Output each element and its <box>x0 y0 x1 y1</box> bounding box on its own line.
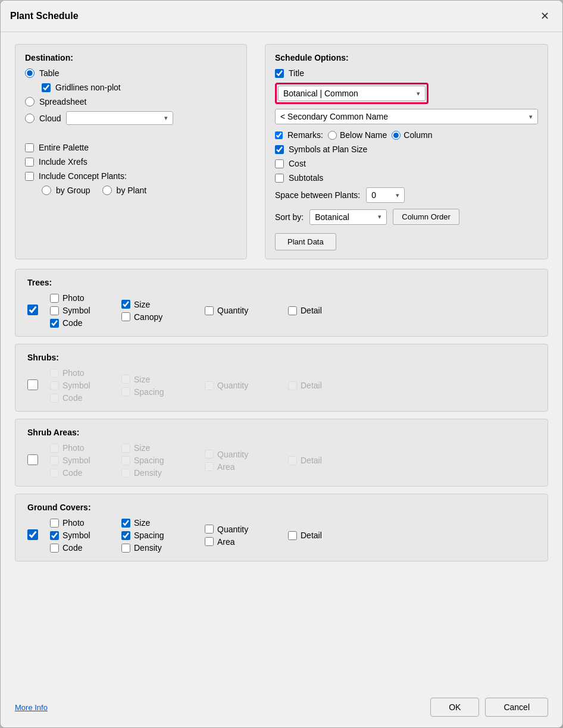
schedule-options-panel: Schedule Options: Title Botanical | Comm… <box>265 44 548 259</box>
trees-size-checkbox[interactable] <box>121 300 130 309</box>
plant-data-button[interactable]: Plant Data <box>275 233 336 250</box>
trees-symbol-item: Symbol <box>50 306 115 315</box>
trees-header: Trees: <box>27 278 536 287</box>
gc-code-item: Code <box>50 543 115 553</box>
ok-button[interactable]: OK <box>430 698 479 717</box>
close-button[interactable]: ✕ <box>536 8 553 24</box>
more-info-link[interactable]: More Info <box>15 703 48 712</box>
shrub-areas-symbol-checkbox[interactable] <box>50 456 59 465</box>
trees-photo-checkbox[interactable] <box>50 294 59 303</box>
trees-main-checkbox[interactable] <box>27 305 38 315</box>
gc-area-checkbox[interactable] <box>205 537 214 546</box>
dialog-body: Destination: Table Gridlines non-plot Sp… <box>1 32 562 689</box>
by-group-radio[interactable] <box>42 186 51 195</box>
entire-palette-checkbox[interactable] <box>25 143 34 152</box>
cloud-radio[interactable] <box>25 114 35 123</box>
gridlines-checkbox[interactable] <box>42 83 51 92</box>
trees-code-checkbox[interactable] <box>50 319 59 328</box>
shrubs-photo-label: Photo <box>62 368 85 378</box>
gc-spacing-checkbox[interactable] <box>121 531 130 540</box>
by-plant-radio[interactable] <box>102 186 112 195</box>
gc-size-checkbox[interactable] <box>121 519 130 528</box>
shrub-areas-section: Shrub Areas: Photo Symbol <box>15 419 548 487</box>
name-format-chevron-icon: ▾ <box>417 90 420 98</box>
shrub-areas-symbol-item: Symbol <box>50 456 115 465</box>
shrub-areas-area-checkbox[interactable] <box>205 462 214 471</box>
shrubs-size-checkbox[interactable] <box>121 375 130 384</box>
subtotals-checkbox[interactable] <box>275 174 284 183</box>
gc-code-checkbox[interactable] <box>50 544 59 553</box>
shrubs-quantity-checkbox[interactable] <box>205 381 214 390</box>
shrubs-symbol-checkbox[interactable] <box>50 381 59 390</box>
name-format-dropdown[interactable]: Botanical | Common ▾ <box>278 86 426 101</box>
shrubs-quantity-group: Quantity <box>205 381 276 390</box>
gc-quantity-label: Quantity <box>217 525 248 534</box>
gc-density-label: Density <box>134 543 162 553</box>
ground-covers-photo-sym-code: Photo Symbol Code <box>50 518 115 553</box>
shrub-areas-main-checkbox[interactable] <box>27 454 38 465</box>
shrubs-detail-label: Detail <box>301 381 322 390</box>
column-order-button[interactable]: Column Order <box>393 209 459 225</box>
spreadsheet-label: Spreadsheet <box>39 97 86 106</box>
shrub-areas-detail-checkbox[interactable] <box>288 456 297 465</box>
sort-by-label: Sort by: <box>275 212 304 222</box>
gc-photo-checkbox[interactable] <box>50 519 59 528</box>
shrub-areas-area-label: Area <box>217 462 235 472</box>
secondary-name-dropdown[interactable]: < Secondary Common Name ▾ <box>275 109 538 124</box>
sort-chevron-icon: ▾ <box>378 213 381 221</box>
shrub-areas-photo-checkbox[interactable] <box>50 444 59 453</box>
shrub-areas-size-checkbox[interactable] <box>121 444 130 453</box>
gc-symbol-checkbox[interactable] <box>50 531 59 540</box>
symbols-at-plan-checkbox[interactable] <box>275 145 284 154</box>
shrubs-spacing-checkbox[interactable] <box>121 387 130 396</box>
trees-photo-label: Photo <box>62 293 85 303</box>
remarks-checkbox[interactable] <box>275 131 283 139</box>
trees-detail-group: Detail <box>288 306 322 315</box>
shrubs-size-item: Size <box>121 375 193 384</box>
dialog-title: Plant Schedule <box>10 11 79 21</box>
ground-covers-main-checkbox[interactable] <box>27 529 38 540</box>
space-between-row: Space between Plants: 0 ▾ <box>275 187 538 203</box>
include-xrefs-row: Include Xrefs <box>25 157 237 167</box>
shrubs-photo-checkbox[interactable] <box>50 369 59 378</box>
trees-quantity-checkbox[interactable] <box>205 306 214 315</box>
shrubs-detail-checkbox[interactable] <box>288 381 297 390</box>
trees-symbol-checkbox[interactable] <box>50 306 59 315</box>
cost-row: Cost <box>275 159 538 168</box>
shrub-areas-detail-item: Detail <box>288 456 322 465</box>
shrub-areas-code-checkbox[interactable] <box>50 469 59 478</box>
gc-code-label: Code <box>62 543 82 553</box>
include-xrefs-label: Include Xrefs <box>39 157 87 167</box>
secondary-name-row: < Secondary Common Name ▾ <box>275 109 538 124</box>
shrub-areas-quantity-checkbox[interactable] <box>205 450 214 459</box>
trees-canopy-checkbox[interactable] <box>121 312 130 321</box>
cloud-label: Cloud <box>39 114 61 123</box>
column-radio[interactable] <box>392 131 401 140</box>
dialog-footer: More Info OK Cancel <box>1 689 562 727</box>
gc-symbol-item: Symbol <box>50 531 115 540</box>
shrubs-code-checkbox[interactable] <box>50 394 59 403</box>
shrub-areas-spacing-checkbox[interactable] <box>121 456 130 465</box>
shrubs-main-checkbox[interactable] <box>27 379 38 390</box>
gc-detail-checkbox[interactable] <box>288 531 297 540</box>
spreadsheet-radio[interactable] <box>25 97 35 106</box>
include-concept-checkbox[interactable] <box>25 172 34 181</box>
shrub-areas-density-checkbox[interactable] <box>121 469 130 478</box>
sort-by-value: Botanical <box>315 212 349 222</box>
cost-checkbox[interactable] <box>275 159 284 168</box>
below-name-radio[interactable] <box>328 131 337 140</box>
gc-quantity-checkbox[interactable] <box>205 525 214 534</box>
gc-quantity-group: Quantity Area <box>205 525 276 547</box>
ground-covers-enabled <box>27 529 38 542</box>
cancel-button[interactable]: Cancel <box>485 698 548 717</box>
space-between-dropdown[interactable]: 0 ▾ <box>366 187 405 203</box>
trees-detail-checkbox[interactable] <box>288 306 297 315</box>
include-xrefs-checkbox[interactable] <box>25 158 34 167</box>
sort-by-dropdown[interactable]: Botanical ▾ <box>309 209 387 225</box>
shrub-areas-detail-label: Detail <box>301 456 322 465</box>
title-checkbox[interactable] <box>275 69 284 78</box>
gc-density-checkbox[interactable] <box>121 544 130 553</box>
table-radio[interactable] <box>25 68 35 78</box>
cloud-dropdown[interactable]: ▾ <box>66 111 173 125</box>
include-concept-row: Include Concept Plants: <box>25 171 237 181</box>
